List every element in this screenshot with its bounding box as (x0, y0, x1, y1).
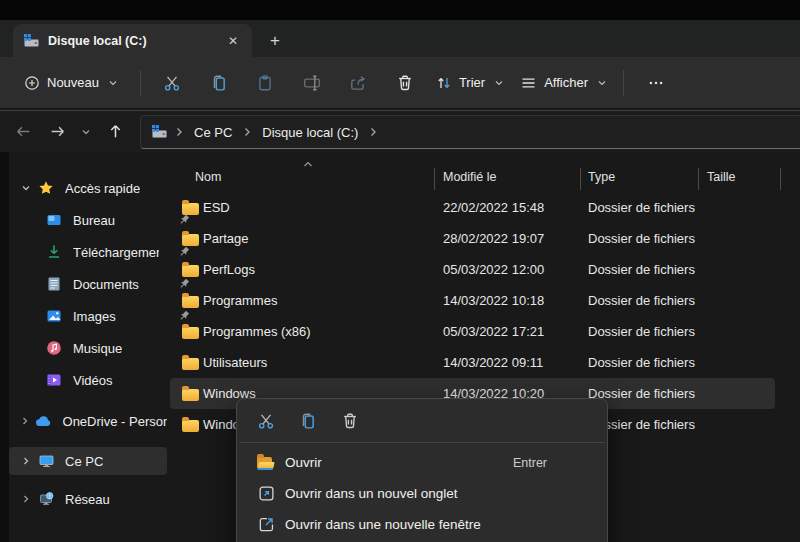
chevron-right-icon (20, 416, 30, 426)
file-type: Dossier de fichiers (588, 254, 695, 285)
music-icon (46, 340, 62, 356)
up-button[interactable] (100, 117, 130, 147)
column-divider (434, 168, 435, 190)
column-header-taille[interactable]: Taille (707, 170, 736, 184)
sidebar-item-label: Ce PC (65, 454, 103, 469)
file-type: Dossier de fichiers (588, 192, 695, 223)
toolbar-divider (623, 70, 624, 96)
breadcrumb-chevron-icon[interactable] (369, 127, 377, 137)
column-divider (780, 168, 781, 190)
file-type: Dossier de fichiers (588, 316, 695, 347)
column-divider (580, 168, 581, 190)
sidebar-item-ce-pc[interactable]: Ce PC (9, 447, 167, 475)
column-header-type[interactable]: Type (588, 170, 615, 184)
sidebar-item-reseau[interactable]: Réseau (9, 485, 167, 513)
cut-button[interactable] (156, 67, 188, 99)
breadcrumb-chevron-icon[interactable] (175, 127, 183, 137)
file-date: 28/02/2022 19:07 (443, 223, 544, 254)
more-options-button[interactable] (639, 67, 673, 99)
new-tab-button[interactable]: + (262, 28, 288, 54)
delete-button[interactable] (335, 407, 365, 435)
sidebar-item-label: Accès rapide (65, 181, 140, 196)
file-row-perflogs[interactable]: PerfLogs 05/03/2022 12:00 Dossier de fic… (170, 254, 775, 285)
sidebar-item-label: Documents (73, 277, 139, 292)
chevron-down-icon (81, 127, 91, 137)
sidebar-item-label: Vidéos (73, 373, 113, 388)
nouveau-label: Nouveau (47, 75, 99, 90)
file-explorer-window: Disque local (C:) ✕ + Nouveau (0, 0, 800, 542)
menu-item-shortcut: Entrer (513, 456, 547, 470)
menu-item-label: Ouvrir dans un nouvel onglet (285, 486, 547, 501)
image-icon (46, 308, 62, 324)
file-type: Dossier de fichiers (588, 285, 695, 316)
column-header-modifie[interactable]: Modifié le (443, 170, 497, 184)
copy-button[interactable] (293, 407, 323, 435)
file-row-programmes[interactable]: Programmes 14/03/2022 10:18 Dossier de f… (170, 285, 775, 316)
context-menu-divider (239, 442, 605, 443)
view-list-icon (520, 75, 537, 91)
menu-item-ouvrir-nouvelle-fenetre[interactable]: Ouvrir dans une nouvelle fenêtre (241, 509, 603, 540)
file-row-partage[interactable]: Partage 28/02/2022 19:07 Dossier de fich… (170, 223, 775, 254)
folder-icon (182, 234, 199, 246)
folder-icon (182, 389, 199, 401)
rename-button[interactable] (295, 67, 327, 99)
tab-close-button[interactable]: ✕ (222, 30, 244, 52)
desktop-icon (46, 212, 62, 228)
sidebar-item-label: Images (73, 309, 116, 324)
trier-button[interactable]: Trier (428, 69, 512, 97)
file-name: Programmes (x86) (203, 316, 311, 347)
arrow-right-icon (49, 123, 66, 140)
trier-label: Trier (459, 75, 485, 90)
back-button[interactable] (8, 117, 38, 147)
afficher-button[interactable]: Afficher (512, 69, 615, 97)
sort-icon (436, 75, 452, 91)
sort-ascending-icon (303, 161, 313, 168)
arrow-up-icon (107, 123, 124, 140)
star-icon (38, 180, 54, 196)
document-icon (46, 276, 62, 292)
sidebar-item-onedrive[interactable]: OneDrive - Personal (9, 407, 167, 435)
file-date: 05/03/2022 12:00 (443, 254, 544, 285)
menu-item-label: Ouvrir (285, 455, 513, 470)
share-button[interactable] (342, 67, 374, 99)
breadcrumb-ce-pc[interactable]: Ce PC (190, 122, 236, 143)
file-row-utilisateurs[interactable]: Utilisateurs 14/03/2022 09:11 Dossier de… (170, 347, 775, 378)
video-icon (46, 372, 62, 388)
delete-button[interactable] (388, 67, 420, 99)
chevron-down-icon (21, 183, 31, 193)
sidebar-item-quick-access[interactable]: Accès rapide (9, 174, 167, 202)
download-icon (46, 244, 62, 260)
command-toolbar: Nouveau (0, 57, 800, 109)
cut-button[interactable] (251, 407, 281, 435)
menu-item-ouvrir[interactable]: Ouvrir Entrer (241, 447, 603, 478)
nouveau-button[interactable]: Nouveau (16, 69, 126, 97)
column-divider (698, 168, 699, 190)
menu-item-ouvrir-nouvel-onglet[interactable]: Ouvrir dans un nouvel onglet (241, 478, 603, 509)
recent-locations-button[interactable] (76, 117, 96, 147)
rename-icon (303, 74, 321, 92)
paste-button[interactable] (249, 67, 281, 99)
folder-icon (182, 420, 199, 432)
file-date: 22/02/2022 15:48 (443, 192, 544, 223)
window-top-strip (0, 0, 800, 20)
open-new-tab-icon (258, 485, 275, 502)
drive-icon (151, 124, 168, 140)
file-row-programmes-x86[interactable]: Programmes (x86) 05/03/2022 17:21 Dossie… (170, 316, 775, 347)
chevron-right-icon (21, 456, 31, 466)
share-icon (349, 74, 367, 92)
chevron-down-icon (494, 78, 504, 88)
breadcrumb-chevron-icon[interactable] (243, 127, 251, 137)
sidebar-item-label: Bureau (73, 213, 115, 228)
file-name: PerfLogs (203, 254, 255, 285)
tab-disque-local[interactable]: Disque local (C:) ✕ (13, 24, 252, 57)
column-header-nom[interactable]: Nom (195, 170, 221, 184)
folder-icon (182, 358, 199, 370)
copy-button[interactable] (202, 67, 234, 99)
file-row-esd[interactable]: ESD 22/02/2022 15:48 Dossier de fichiers (170, 192, 775, 223)
file-date: 14/03/2022 10:18 (443, 285, 544, 316)
forward-button[interactable] (42, 117, 72, 147)
breadcrumb-disque-local[interactable]: Disque local (C:) (258, 122, 362, 143)
address-bar[interactable]: Ce PC Disque local (C:) (140, 115, 800, 149)
copy-icon (210, 74, 228, 92)
tab-bar: Disque local (C:) ✕ + (0, 20, 800, 57)
